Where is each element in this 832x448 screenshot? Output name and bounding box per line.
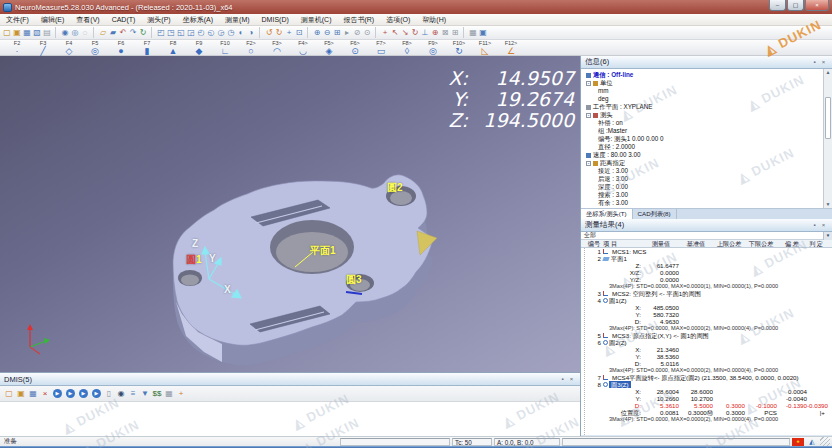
column-header[interactable]: 基准值	[679, 240, 713, 247]
menu-CAD(T)[interactable]: CAD(T)	[106, 16, 142, 23]
tree-item[interactable]: 深度 : 0.00	[581, 183, 832, 191]
table-row[interactable]: Y:580.7320	[581, 311, 832, 318]
table-row[interactable]: 3MCS2: 空间整列 <- 平面1的周围	[581, 290, 832, 297]
rotate-part-icon[interactable]: ↻	[410, 27, 420, 39]
menu-测头(P)[interactable]: 测头(P)	[141, 15, 176, 25]
maximize-button[interactable]: ▢	[787, 0, 804, 11]
view-top-icon[interactable]: ◴	[196, 27, 206, 39]
dmis-run-selection-icon[interactable]: ▶	[79, 389, 88, 398]
construct-distance-button[interactable]: F11>◺	[472, 40, 498, 56]
menu-查看(V)[interactable]: 查看(V)	[70, 15, 105, 25]
column-header[interactable]: 偏 差	[777, 240, 807, 247]
table-row[interactable]: 8圆3(Z)	[581, 381, 832, 388]
construct-circle-plane-button[interactable]: F6>⊙	[342, 40, 368, 56]
table-row[interactable]: 1MCS1: MCS	[581, 248, 832, 255]
tree-item[interactable]: deg	[581, 95, 832, 103]
dmis-run-from-icon[interactable]: ▶	[66, 389, 75, 398]
info-panel-header[interactable]: 信息(6) ▪ ×	[581, 56, 832, 69]
tree-item[interactable]: 工作平面 : XYPLANE	[581, 103, 832, 111]
table-row[interactable]: 7MCS4平面旋转<- 原点指定(圆2) (21.3500, 38.5400, …	[581, 374, 832, 381]
probe-calibrate-icon[interactable]: ◎	[70, 27, 80, 39]
export-cad-icon[interactable]: ▰	[108, 27, 118, 39]
label-circle1[interactable]: 圆1	[186, 254, 202, 265]
lock-icon[interactable]: ⊠	[440, 27, 450, 39]
tree-item[interactable]: 后退 : 3.00	[581, 175, 832, 183]
zoom-window-icon[interactable]: ⊞	[332, 27, 342, 39]
table-row[interactable]: 3Max(4P): STD=0.0000, MAX=0.0000(2), MIN…	[581, 325, 832, 332]
results-panel-header[interactable]: 测量结果(4) ▪ ×	[581, 219, 832, 232]
resize-grip[interactable]	[820, 437, 830, 446]
ime-flag-icon[interactable]: ★	[792, 438, 804, 446]
measure-circle-button[interactable]: F5◎	[82, 40, 108, 56]
3d-viewport[interactable]: X:14.9507 Y:19.2674 Z:194.5000 圆2 圆3 平面1…	[0, 56, 580, 372]
menu-测量机(C)[interactable]: 测量机(C)	[295, 15, 338, 25]
menu-报告书(R)[interactable]: 报告书(R)	[337, 15, 380, 25]
dmis-flag-icon[interactable]: ▼	[139, 388, 151, 400]
table-row[interactable]: Y:38.5360	[581, 353, 832, 360]
tool-options-icon[interactable]: ⊞	[450, 27, 460, 39]
info-tree[interactable]: ▲ ▼ 通信 : Off-line-单位mmdeg工作平面 : XYPLANE-…	[581, 69, 832, 208]
tree-item[interactable]: 编号: 测头1 0.00 0.00 0	[581, 135, 832, 143]
dmis-tools-icon[interactable]: +	[175, 388, 187, 400]
dmis-run-step-icon[interactable]: ▶	[92, 389, 101, 398]
refresh-icon[interactable]: ↻	[138, 27, 148, 39]
measure-cylinder-button[interactable]: F7▮	[134, 40, 160, 56]
construct-arc-2-button[interactable]: F4>◡	[290, 40, 316, 56]
view-left-icon[interactable]: ◱	[176, 27, 186, 39]
label-plane1[interactable]: 平面1	[310, 245, 336, 256]
move-probe-up-icon[interactable]: ↖	[390, 27, 400, 39]
column-header[interactable]: 判 定	[807, 240, 825, 247]
table-row[interactable]: X/Z:0.0000	[581, 269, 832, 276]
select-mode-icon[interactable]: ▸	[342, 27, 352, 39]
save-layout-icon[interactable]: ▣	[478, 27, 488, 39]
tree-item[interactable]: -单位	[581, 79, 832, 87]
menu-选项(O)[interactable]: 选项(O)	[380, 15, 416, 25]
save-file-icon[interactable]: ▦	[22, 27, 32, 39]
table-row[interactable]: Y:10.266010.2700-0.0040	[581, 395, 832, 402]
redo-icon[interactable]: ↷	[128, 27, 138, 39]
construct-arc-button[interactable]: F3>◠	[264, 40, 290, 56]
table-row[interactable]: Z:61.6477	[581, 262, 832, 269]
dmis-panel-header[interactable]: DMIS(5) ▪ ×	[0, 373, 580, 386]
scroll-down-icon[interactable]: ▼	[824, 201, 832, 208]
close-panel-icon[interactable]: ×	[567, 376, 576, 382]
table-row[interactable]: 4圆1(Z)	[581, 297, 832, 304]
table-row[interactable]: 3Max(4P): STD=0.0000, MAX=0.0000(2), MIN…	[581, 367, 832, 374]
tree-item[interactable]: 组 :Master	[581, 127, 832, 135]
expander-icon[interactable]: -	[586, 81, 591, 86]
measure-sphere-button[interactable]: F6●	[108, 40, 134, 56]
measure-plane-button[interactable]: F4◇	[56, 40, 82, 56]
column-header[interactable]: 测量值	[643, 240, 679, 247]
show-all-icon[interactable]: ⊙	[362, 27, 372, 39]
dmis-list-icon[interactable]: ≡	[127, 388, 139, 400]
tree-item[interactable]: mm	[581, 87, 832, 95]
tree-item[interactable]: 直径 : 2.0000	[581, 143, 832, 151]
measure-cone-button[interactable]: F8▲	[160, 40, 186, 56]
table-row[interactable]: 5MCS3: 原点指定(X,Y) <- 圆1的周围	[581, 332, 832, 339]
construct-plane-button[interactable]: F5>◈	[316, 40, 342, 56]
measure-ellipse-button[interactable]: F9◆	[186, 40, 212, 56]
view-shaded-icon[interactable]: ◐	[236, 27, 246, 39]
title-bar[interactable]: NeuroMeasure5.28.030 Advanced - (Release…	[0, 0, 832, 14]
measure-coordinate-button[interactable]: F10∟	[212, 40, 238, 56]
import-cad-icon[interactable]: ▱	[98, 27, 108, 39]
set-origin-icon[interactable]: ⊕	[430, 27, 440, 39]
info-scrollbar[interactable]: ▲ ▼	[823, 69, 832, 208]
label-circle2[interactable]: 圆2	[387, 182, 403, 193]
tree-item[interactable]: 通信 : Off-line	[581, 71, 832, 79]
menu-帮助(H)[interactable]: 帮助(H)	[416, 15, 452, 25]
view-iso-2-icon[interactable]: ◷	[226, 27, 236, 39]
scroll-up-icon[interactable]: ▲	[824, 69, 832, 76]
new-file-icon[interactable]: ▢	[2, 27, 12, 39]
dmis-insert-icon[interactable]: ▯	[103, 388, 115, 400]
table-row[interactable]: Y/Z:0.0000	[581, 276, 832, 283]
probe-library-icon[interactable]: ◉	[60, 27, 70, 39]
expander-icon[interactable]: -	[586, 161, 591, 166]
tab-cad-list[interactable]: CAD列表(8)	[633, 209, 677, 219]
column-header[interactable]: 编号	[587, 240, 603, 247]
dmis-run-all-icon[interactable]: ▶	[53, 389, 62, 398]
table-row[interactable]: D:5.0116	[581, 360, 832, 367]
construct-rotation-button[interactable]: F10>↻	[446, 40, 472, 56]
open-file-icon[interactable]: ▣	[12, 27, 22, 39]
dmis-delete-icon[interactable]: ×	[39, 388, 51, 400]
